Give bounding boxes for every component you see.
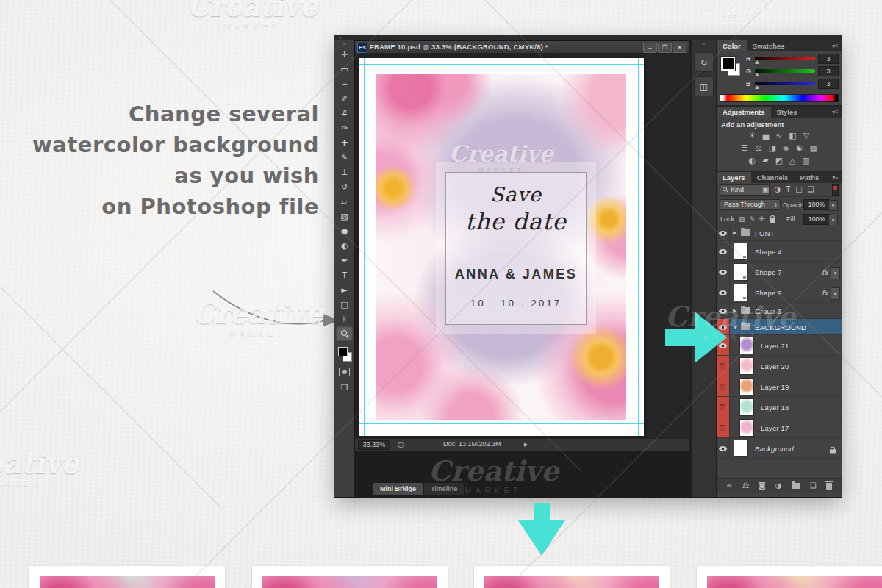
path-selection-tool[interactable]: ► [336, 282, 353, 297]
layer-thumbnail[interactable] [734, 440, 747, 456]
layer-style-icon[interactable]: fx [742, 482, 749, 490]
lock-position-icon[interactable]: ✛ [759, 215, 765, 223]
expand-panels-icon[interactable]: « [692, 40, 716, 48]
layer-name[interactable]: Shape 4 [755, 247, 782, 255]
adjustment-icon[interactable]: ▰ [762, 157, 768, 165]
channel-value-field[interactable]: 3 [818, 79, 839, 89]
layer-name[interactable]: Layer 19 [761, 382, 789, 390]
layer-name[interactable]: Layer 17 [761, 423, 789, 431]
adjustment-icon[interactable]: ☯ [796, 144, 803, 152]
layer-row[interactable]: Layer 19 fx▾ [717, 376, 842, 397]
panel-menu-icon[interactable]: ▾≡ [832, 174, 839, 181]
layer-row[interactable]: FONT fx▾ [717, 225, 842, 241]
panel-tab[interactable]: Layers [717, 172, 751, 183]
slider-thumb-icon[interactable] [755, 60, 759, 64]
layer-name[interactable]: Group 3 [755, 306, 781, 315]
visibility-toggle[interactable] [717, 262, 730, 282]
lasso-tool[interactable]: ∽ [336, 76, 353, 91]
dodge-tool[interactable]: ◐ [336, 238, 353, 253]
blur-tool[interactable]: ● [336, 223, 353, 238]
slider-thumb-icon[interactable] [755, 73, 759, 76]
panel-menu-icon[interactable]: ▾≡ [832, 43, 839, 49]
screen-mode-icon[interactable]: ❐ [334, 383, 354, 392]
eyedropper-tool[interactable]: ✑ [336, 121, 353, 135]
visibility-toggle[interactable] [717, 376, 730, 396]
maximize-button[interactable]: ❐ [658, 43, 672, 53]
layer-row[interactable]: Background fx▾ [717, 438, 842, 459]
move-tool[interactable]: ✛ [336, 47, 353, 62]
link-layers-icon[interactable]: ∞ [726, 482, 732, 490]
bottom-panel-tab[interactable]: Timeline [424, 483, 464, 495]
quick-selection-tool[interactable]: ✐ [336, 91, 353, 106]
status-arrow-icon[interactable]: ▶ [524, 439, 528, 450]
collapse-chevrons-icon[interactable]: » [339, 35, 341, 40]
adjustment-icon[interactable]: ◨ [769, 144, 776, 152]
layer-name[interactable]: Layer 18 [761, 403, 789, 411]
color-swatches[interactable] [721, 57, 740, 76]
history-brush-tool[interactable]: ↺ [336, 179, 353, 194]
fx-dropdown-icon[interactable]: ▾ [831, 267, 840, 279]
layer-name[interactable]: BACKGROUND [755, 323, 806, 331]
lock-transparency-icon[interactable]: ▨ [739, 215, 745, 223]
layer-mask-icon[interactable]: ◙ [759, 482, 766, 490]
layer-row[interactable]: Layer 17 fx▾ [717, 417, 842, 438]
gradient-tool[interactable]: ▨ [336, 209, 353, 223]
fill-field[interactable]: 100% ▾ [803, 214, 830, 225]
rectangle-tool[interactable]: □ [336, 297, 353, 312]
layer-thumbnail[interactable] [734, 284, 747, 301]
layer-row[interactable]: BACKGROUND fx▾ [717, 319, 842, 335]
adjustment-icon[interactable]: △ [789, 157, 795, 165]
layer-filter-icon[interactable]: ❏ [808, 184, 814, 195]
color-swatches[interactable] [338, 347, 351, 362]
fx-dropdown-icon[interactable]: ▾ [831, 287, 840, 300]
type-tool[interactable]: T [336, 268, 353, 282]
new-group-icon[interactable] [792, 483, 800, 489]
history-panel-button[interactable]: ↻ [694, 52, 714, 72]
foreground-color-swatch[interactable] [721, 57, 735, 71]
channel-value-field[interactable]: 3 [818, 54, 839, 64]
adjustment-icon[interactable]: ∿ [775, 132, 782, 140]
layer-row[interactable]: Shape 7 fx▾ [717, 262, 842, 282]
filter-toggle-switch[interactable] [832, 184, 839, 196]
brush-tool[interactable]: ✎ [336, 150, 353, 165]
zoom-level-field[interactable]: 33.33% [358, 440, 390, 450]
color-spectrum-bar[interactable] [720, 94, 839, 102]
layer-filter-icon[interactable]: ▣ [762, 184, 769, 195]
layer-thumbnail[interactable] [734, 264, 747, 280]
eraser-tool[interactable]: ▱ [336, 194, 353, 209]
new-layer-icon[interactable]: ❏ [810, 482, 817, 490]
panel-tab[interactable]: Swatches [747, 40, 791, 51]
spot-healing-brush-tool[interactable]: ✚ [336, 135, 353, 150]
lock-pixels-icon[interactable]: ✎ [750, 215, 756, 223]
adjustment-icon[interactable]: ◧ [789, 132, 796, 140]
adjustment-icon[interactable]: ▅ [763, 132, 769, 140]
panel-tab[interactable]: Styles [771, 107, 803, 118]
layer-thumbnail[interactable] [740, 399, 753, 415]
visibility-toggle[interactable] [717, 282, 730, 302]
lock-all-icon[interactable] [770, 218, 775, 223]
layer-filter-icon[interactable]: □ [795, 184, 802, 195]
adjustment-icon[interactable]: ☰ [741, 144, 748, 152]
expand-caret-icon[interactable] [733, 230, 736, 236]
layer-name[interactable]: Shape 9 [755, 288, 782, 296]
layer-row[interactable]: Shape 9 fx▾ [717, 282, 842, 303]
rectangular-marquee-tool[interactable]: ▭ [336, 62, 353, 76]
layer-row[interactable]: Group 3 fx▾ [717, 303, 842, 319]
layer-thumbnail[interactable] [740, 358, 753, 374]
artboard[interactable]: Save the date ANNA & JAMES 10 . 10 . 201… [359, 58, 644, 436]
layer-thumbnail[interactable] [740, 379, 753, 395]
visibility-toggle[interactable] [717, 417, 730, 437]
channel-slider[interactable] [755, 82, 815, 85]
pen-tool[interactable]: ✒ [336, 253, 353, 268]
clone-stamp-tool[interactable]: ⊥ [336, 165, 353, 179]
adjustment-icon[interactable]: ▦ [810, 144, 817, 152]
close-button[interactable]: ✕ [673, 43, 686, 53]
layer-row[interactable]: Layer 21 fx▾ [717, 335, 842, 356]
layer-name[interactable]: FONT [755, 229, 775, 237]
visibility-toggle[interactable] [717, 397, 730, 417]
bottom-panel-tab[interactable]: Mini Bridge [373, 483, 423, 495]
zoom-tool[interactable] [336, 326, 353, 341]
panel-tab[interactable]: Adjustments [717, 107, 771, 118]
visibility-toggle[interactable] [717, 438, 730, 458]
panel-tab[interactable]: Paths [794, 172, 825, 183]
